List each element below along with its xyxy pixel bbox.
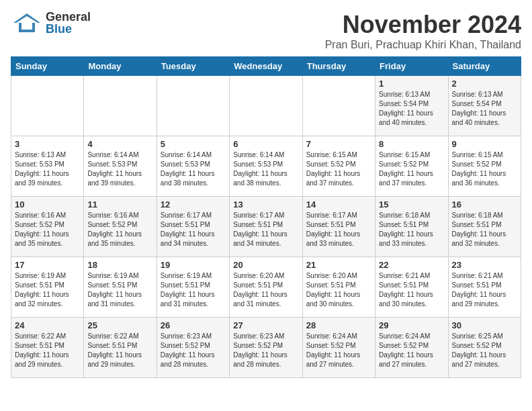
day-info: Sunrise: 6:16 AM Sunset: 5:52 PM Dayligh… [15, 211, 80, 248]
calendar-cell: 12Sunrise: 6:17 AM Sunset: 5:51 PM Dayli… [157, 197, 229, 257]
calendar-cell: 19Sunrise: 6:19 AM Sunset: 5:51 PM Dayli… [157, 257, 229, 318]
calendar-cell: 13Sunrise: 6:17 AM Sunset: 5:51 PM Dayli… [230, 197, 302, 257]
calendar-cell: 5Sunrise: 6:14 AM Sunset: 5:53 PM Daylig… [157, 136, 229, 197]
day-number: 10 [15, 199, 80, 210]
day-info: Sunrise: 6:15 AM Sunset: 5:52 PM Dayligh… [379, 150, 444, 188]
day-info: Sunrise: 6:13 AM Sunset: 5:54 PM Dayligh… [379, 90, 444, 128]
day-info: Sunrise: 6:14 AM Sunset: 5:53 PM Dayligh… [161, 150, 226, 188]
col-saturday: Saturday [448, 57, 521, 76]
calendar-cell: 2Sunrise: 6:13 AM Sunset: 5:54 PM Daylig… [448, 76, 521, 136]
day-number: 27 [233, 320, 298, 330]
day-info: Sunrise: 6:14 AM Sunset: 5:53 PM Dayligh… [87, 150, 152, 188]
calendar-cell: 28Sunrise: 6:24 AM Sunset: 5:52 PM Dayli… [302, 318, 375, 378]
day-info: Sunrise: 6:20 AM Sunset: 5:51 PM Dayligh… [233, 271, 298, 309]
calendar-week-4: 24Sunrise: 6:22 AM Sunset: 5:51 PM Dayli… [11, 318, 521, 378]
day-info: Sunrise: 6:23 AM Sunset: 5:52 PM Dayligh… [233, 332, 298, 369]
calendar-cell: 22Sunrise: 6:21 AM Sunset: 5:51 PM Dayli… [375, 257, 448, 318]
calendar-cell [11, 76, 84, 136]
day-info: Sunrise: 6:14 AM Sunset: 5:53 PM Dayligh… [233, 150, 298, 188]
calendar-cell: 27Sunrise: 6:23 AM Sunset: 5:52 PM Dayli… [230, 318, 302, 378]
calendar-cell: 24Sunrise: 6:22 AM Sunset: 5:51 PM Dayli… [11, 318, 84, 378]
calendar-cell: 21Sunrise: 6:20 AM Sunset: 5:51 PM Dayli… [302, 257, 375, 318]
calendar-cell [157, 76, 229, 136]
day-number: 24 [15, 320, 80, 330]
day-number: 6 [233, 139, 298, 149]
calendar-cell: 3Sunrise: 6:13 AM Sunset: 5:53 PM Daylig… [11, 136, 84, 197]
day-number: 19 [161, 260, 226, 270]
day-info: Sunrise: 6:23 AM Sunset: 5:52 PM Dayligh… [161, 332, 226, 369]
day-info: Sunrise: 6:21 AM Sunset: 5:51 PM Dayligh… [452, 271, 517, 309]
calendar-cell: 4Sunrise: 6:14 AM Sunset: 5:53 PM Daylig… [84, 136, 157, 197]
title-block: November 2024 Pran Buri, Prachuap Khiri … [325, 11, 521, 51]
calendar-cell: 23Sunrise: 6:21 AM Sunset: 5:51 PM Dayli… [448, 257, 521, 318]
col-thursday: Thursday [302, 57, 375, 76]
calendar-cell: 6Sunrise: 6:14 AM Sunset: 5:53 PM Daylig… [230, 136, 302, 197]
day-info: Sunrise: 6:22 AM Sunset: 5:51 PM Dayligh… [15, 332, 80, 369]
month-title: November 2024 [325, 11, 521, 39]
calendar-cell: 7Sunrise: 6:15 AM Sunset: 5:52 PM Daylig… [302, 136, 375, 197]
day-info: Sunrise: 6:19 AM Sunset: 5:51 PM Dayligh… [15, 271, 80, 309]
calendar-cell: 18Sunrise: 6:19 AM Sunset: 5:51 PM Dayli… [84, 257, 157, 318]
calendar-week-2: 10Sunrise: 6:16 AM Sunset: 5:52 PM Dayli… [11, 197, 521, 257]
day-number: 4 [87, 139, 152, 149]
day-number: 2 [452, 79, 517, 89]
calendar-cell: 17Sunrise: 6:19 AM Sunset: 5:51 PM Dayli… [11, 257, 84, 318]
day-info: Sunrise: 6:17 AM Sunset: 5:51 PM Dayligh… [161, 211, 226, 248]
calendar-cell: 9Sunrise: 6:15 AM Sunset: 5:52 PM Daylig… [448, 136, 521, 197]
day-number: 12 [161, 199, 226, 210]
day-number: 14 [306, 199, 371, 210]
day-number: 3 [15, 139, 80, 149]
day-info: Sunrise: 6:22 AM Sunset: 5:51 PM Dayligh… [87, 332, 152, 369]
day-info: Sunrise: 6:15 AM Sunset: 5:52 PM Dayligh… [306, 150, 371, 188]
day-number: 17 [15, 260, 80, 270]
day-number: 13 [233, 199, 298, 210]
calendar-cell: 14Sunrise: 6:17 AM Sunset: 5:51 PM Dayli… [302, 197, 375, 257]
logo: General Blue [11, 11, 91, 35]
logo-icon [11, 11, 43, 35]
day-info: Sunrise: 6:25 AM Sunset: 5:52 PM Dayligh… [452, 332, 517, 369]
day-info: Sunrise: 6:17 AM Sunset: 5:51 PM Dayligh… [233, 211, 298, 248]
day-number: 5 [161, 139, 226, 149]
day-info: Sunrise: 6:17 AM Sunset: 5:51 PM Dayligh… [306, 211, 371, 248]
col-wednesday: Wednesday [230, 57, 302, 76]
calendar-header-row: Sunday Monday Tuesday Wednesday Thursday… [11, 57, 521, 76]
day-number: 28 [306, 320, 371, 330]
day-number: 11 [87, 199, 152, 210]
calendar-cell: 29Sunrise: 6:24 AM Sunset: 5:52 PM Dayli… [375, 318, 448, 378]
day-info: Sunrise: 6:13 AM Sunset: 5:54 PM Dayligh… [452, 90, 517, 128]
calendar-week-0: 1Sunrise: 6:13 AM Sunset: 5:54 PM Daylig… [11, 76, 521, 136]
day-info: Sunrise: 6:19 AM Sunset: 5:51 PM Dayligh… [161, 271, 226, 309]
day-info: Sunrise: 6:18 AM Sunset: 5:51 PM Dayligh… [379, 211, 444, 248]
day-info: Sunrise: 6:15 AM Sunset: 5:52 PM Dayligh… [452, 150, 517, 188]
calendar-cell [84, 76, 157, 136]
logo-blue: Blue [46, 23, 91, 35]
day-number: 29 [379, 320, 444, 330]
calendar-cell: 16Sunrise: 6:18 AM Sunset: 5:51 PM Dayli… [448, 197, 521, 257]
day-info: Sunrise: 6:13 AM Sunset: 5:53 PM Dayligh… [15, 150, 80, 188]
calendar-cell: 26Sunrise: 6:23 AM Sunset: 5:52 PM Dayli… [157, 318, 229, 378]
day-info: Sunrise: 6:21 AM Sunset: 5:51 PM Dayligh… [379, 271, 444, 309]
day-number: 16 [452, 199, 517, 210]
calendar-cell: 20Sunrise: 6:20 AM Sunset: 5:51 PM Dayli… [230, 257, 302, 318]
day-number: 8 [379, 139, 444, 149]
day-number: 30 [452, 320, 517, 330]
col-tuesday: Tuesday [157, 57, 229, 76]
day-number: 18 [87, 260, 152, 270]
day-number: 20 [233, 260, 298, 270]
calendar-week-3: 17Sunrise: 6:19 AM Sunset: 5:51 PM Dayli… [11, 257, 521, 318]
calendar-cell: 15Sunrise: 6:18 AM Sunset: 5:51 PM Dayli… [375, 197, 448, 257]
logo-general: General [46, 11, 91, 23]
calendar-week-1: 3Sunrise: 6:13 AM Sunset: 5:53 PM Daylig… [11, 136, 521, 197]
day-number: 15 [379, 199, 444, 210]
day-info: Sunrise: 6:24 AM Sunset: 5:52 PM Dayligh… [379, 332, 444, 369]
calendar-table: Sunday Monday Tuesday Wednesday Thursday… [11, 56, 521, 378]
calendar-cell: 10Sunrise: 6:16 AM Sunset: 5:52 PM Dayli… [11, 197, 84, 257]
day-info: Sunrise: 6:18 AM Sunset: 5:51 PM Dayligh… [452, 211, 517, 248]
calendar-cell: 1Sunrise: 6:13 AM Sunset: 5:54 PM Daylig… [375, 76, 448, 136]
day-info: Sunrise: 6:20 AM Sunset: 5:51 PM Dayligh… [306, 271, 371, 309]
logo-text: General Blue [46, 11, 91, 35]
location-title: Pran Buri, Prachuap Khiri Khan, Thailand [325, 39, 521, 51]
day-number: 1 [379, 79, 444, 89]
calendar-cell [230, 76, 302, 136]
calendar-cell [302, 76, 375, 136]
